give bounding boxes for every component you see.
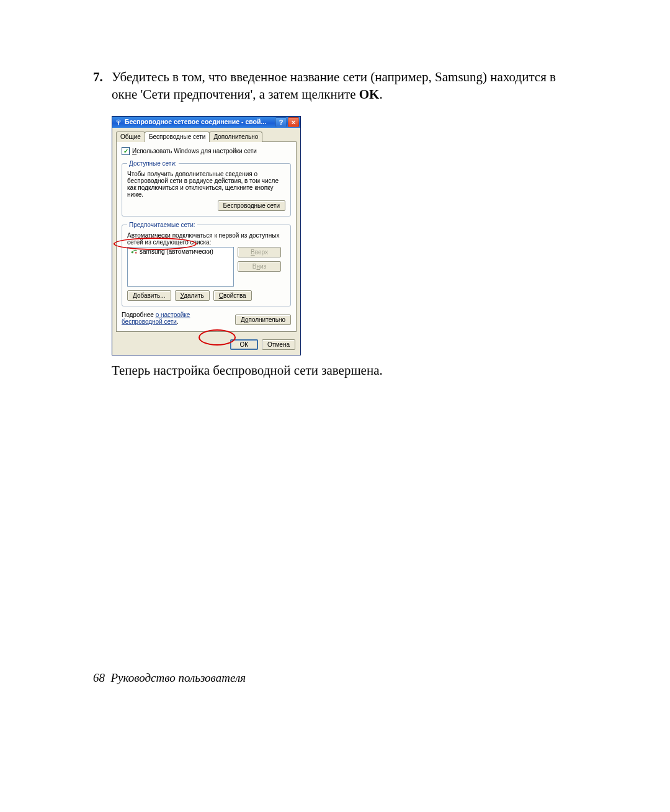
wireless-properties-dialog: Беспроводное сетевое соединение - свой..…: [112, 116, 301, 355]
svg-point-3: [135, 252, 136, 253]
completion-caption: Теперь настройка беспроводной сети завер…: [112, 363, 577, 378]
help-button[interactable]: ?: [275, 117, 287, 127]
svg-rect-0: [118, 121, 120, 122]
svg-rect-1: [118, 122, 119, 125]
available-networks-text: Чтобы получить дополнительные сведения о…: [127, 171, 285, 198]
tab-strip: Общие Беспроводные сети Дополнительно: [112, 128, 300, 142]
available-networks-legend: Доступные сети:: [127, 160, 179, 167]
tab-wireless-networks[interactable]: Беспроводные сети: [145, 132, 210, 142]
tab-panel-wireless: ✓ ИИспользовать Windows для настройки се…: [116, 141, 297, 332]
svg-point-2: [132, 251, 133, 253]
add-button[interactable]: Добавить...: [127, 290, 171, 301]
move-down-button[interactable]: Вниз: [238, 261, 281, 272]
checkbox-icon: ✓: [122, 147, 130, 155]
titlebar: Беспроводное сетевое соединение - свой..…: [112, 117, 300, 128]
view-wireless-networks-button[interactable]: Беспроводные сети: [218, 200, 285, 211]
close-button[interactable]: ×: [288, 117, 299, 127]
available-networks-group: Доступные сети: Чтобы получить дополните…: [122, 160, 291, 216]
tab-advanced[interactable]: Дополнительно: [209, 132, 262, 142]
step-text-ok: OK: [359, 87, 380, 102]
step-7: 7. Убедитесь в том, что введенное назван…: [93, 68, 577, 104]
properties-button[interactable]: Свойства: [213, 290, 252, 301]
window-title: Беспроводное сетевое соединение - свой..…: [125, 118, 266, 126]
step-text: Убедитесь в том, что введенное название …: [112, 68, 577, 104]
wireless-icon: [115, 118, 122, 126]
step-text-c: .: [379, 87, 382, 102]
list-item-label: samsung (автоматически): [140, 248, 213, 255]
move-up-button[interactable]: Вверх: [238, 247, 281, 257]
preferred-networks-group: Предпочитаемые сети: Автоматически подкл…: [122, 221, 291, 306]
preferred-networks-text: Автоматически подключаться к первой из д…: [127, 232, 285, 246]
preferred-networks-list[interactable]: samsung (автоматически): [127, 247, 234, 287]
step-text-a: Убедитесь в том, что введенное название …: [112, 69, 556, 102]
tab-general[interactable]: Общие: [116, 132, 145, 142]
network-item-icon: [130, 248, 138, 254]
page-footer: 68 Руководство пользователя: [93, 671, 246, 685]
page-number: 68: [93, 671, 105, 684]
more-about-text: Подробнее о настройке беспроводной сети.: [122, 311, 227, 325]
use-windows-label: ИИспользовать Windows для настройки сети…: [132, 148, 257, 154]
list-item[interactable]: samsung (автоматически): [128, 248, 233, 256]
advanced-button[interactable]: Дополнительно: [235, 315, 291, 325]
remove-button[interactable]: Удалить: [175, 290, 210, 301]
use-windows-checkbox-row[interactable]: ✓ ИИспользовать Windows для настройки се…: [122, 147, 291, 155]
cancel-button[interactable]: Отмена: [262, 339, 295, 350]
footer-title: Руководство пользователя: [111, 671, 246, 684]
step-number: 7.: [93, 68, 112, 104]
ok-button[interactable]: ОК: [230, 339, 259, 350]
preferred-networks-legend: Предпочитаемые сети:: [127, 221, 197, 228]
